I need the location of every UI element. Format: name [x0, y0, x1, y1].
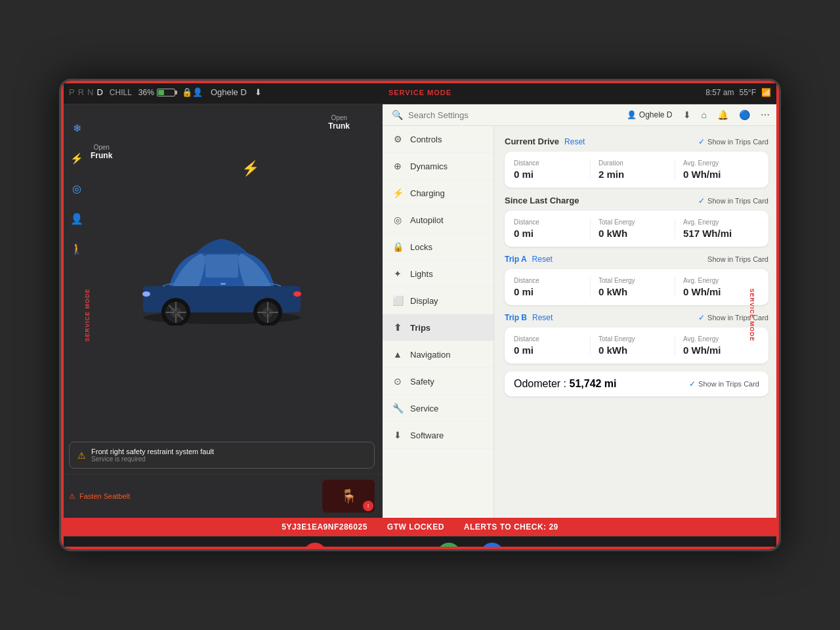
battery-percent: 36%	[138, 88, 154, 97]
left-panel: ❄ ⚡ ◎ 👤 🚶 Open Trunk Open Frunk ⚡	[61, 104, 383, 518]
service-label: Service	[410, 404, 438, 413]
current-drive-show-trips[interactable]: ✓ Show in Trips Card	[698, 137, 768, 146]
battery-fill	[158, 90, 164, 95]
fault-title: Front right safety restraint system faul…	[91, 448, 214, 455]
display-label: Display	[410, 296, 438, 306]
sidebar-item-dynamics[interactable]: ⊕ Dynamics	[383, 153, 494, 180]
dynamics-label: Dynamics	[410, 161, 448, 171]
sidebar-item-controls[interactable]: ⚙ Controls	[383, 126, 494, 153]
app-icon[interactable]: ⬛	[401, 547, 417, 552]
right-panel: 🔍 👤 Oghele D ⬇ ⌂ 🔔 🔵 ⋯	[383, 104, 779, 518]
odometer-section: Odometer : 51,742 mi ✓ Show in Trips Car…	[505, 371, 768, 396]
user-icon: 👤	[192, 87, 203, 97]
trip-b-avg-energy-value: 0 Wh/mi	[683, 345, 751, 356]
sidebar-item-display[interactable]: ⬜ Display	[383, 287, 494, 314]
more-icon[interactable]: ⋯	[761, 110, 770, 120]
trip-b-check-icon: ✓	[698, 313, 705, 322]
current-drive-card: Distance 0 mi Duration 2 min Avg. Energy…	[505, 152, 768, 188]
trip-a-energy-value: 0 kWh	[598, 286, 667, 297]
lock-icon: 🔒	[182, 87, 192, 97]
battery-bar	[157, 89, 175, 96]
sidebar-item-autopilot[interactable]: ◎ Autopilot	[383, 207, 494, 234]
more-dots-icon[interactable]: ⠿	[346, 547, 356, 552]
warning-icon: ⚠	[77, 450, 86, 461]
odometer-check-icon: ✓	[689, 379, 696, 388]
vin-number: 5YJ3E1EA9NF286025	[282, 522, 368, 532]
bottom-icons: 🔧 ⠿ ℹ ⬛ 📞 🔵 ⏸	[303, 543, 537, 552]
bluetooth-icon[interactable]: 🔵	[739, 110, 750, 120]
since-last-charge-card: Distance 0 mi Total Energy 0 kWh Avg. En…	[505, 211, 768, 247]
current-drive-distance-label: Distance	[514, 159, 582, 167]
frunk-label: Frunk	[91, 151, 112, 160]
sidebar-item-trips[interactable]: ⬆ Trips	[383, 314, 494, 341]
search-bar: 🔍 👤 Oghele D ⬇ ⌂ 🔔 🔵 ⋯	[383, 104, 779, 126]
current-drive-show-trips-label: Show in Trips Card	[707, 138, 768, 146]
bell-icon[interactable]: 🔔	[717, 110, 728, 120]
current-drive-duration-value: 2 min	[598, 169, 667, 180]
sidebar-item-service[interactable]: 🔧 Service	[383, 395, 494, 422]
locks-icon: 🔒	[392, 242, 404, 252]
status-temp: 55°F	[740, 88, 756, 97]
odometer-show-trips[interactable]: ✓ Show in Trips Card	[689, 379, 759, 388]
trip-b-distance: Distance 0 mi	[514, 335, 590, 356]
home-icon[interactable]: ⌂	[702, 110, 707, 120]
seatbelt-image: 🪑 !	[322, 480, 375, 513]
trip-a-stats: Distance 0 mi Total Energy 0 kWh Avg. En…	[514, 277, 759, 297]
sidebar-item-charging[interactable]: ⚡ Charging	[383, 180, 494, 207]
trip-a-show-trips-label: Show in Trips Card	[707, 255, 768, 263]
trip-a-distance-value: 0 mi	[514, 286, 582, 297]
trip-a-title: Trip A	[505, 255, 527, 264]
download-header-icon[interactable]: ⬇	[683, 110, 691, 120]
trip-b-distance-value: 0 mi	[514, 345, 582, 356]
trip-a-show-trips[interactable]: Show in Trips Card	[707, 255, 768, 263]
bottom-alerts: ⚠ Fasten Seatbelt 🪑 !	[61, 474, 383, 518]
wifi-icon: 📶	[761, 88, 771, 97]
trip-b-header: Trip B Reset ✓ Show in Trips Card	[505, 313, 768, 322]
header-username: Oghele D	[639, 110, 673, 119]
current-drive-distance-value: 0 mi	[514, 169, 582, 180]
trip-b-distance-label: Distance	[514, 335, 582, 343]
header-user-icon: 👤	[627, 110, 637, 119]
slc-distance-value: 0 mi	[514, 228, 582, 239]
current-drive-check-icon: ✓	[698, 137, 705, 146]
charging-label: Charging	[410, 188, 445, 198]
info-icon[interactable]: ℹ	[376, 547, 381, 552]
wrench-icon[interactable]: 🔧	[303, 543, 327, 552]
sidebar-item-safety[interactable]: ⊙ Safety	[383, 368, 494, 395]
lights-label: Lights	[410, 269, 433, 279]
trips-icon: ⬆	[392, 322, 404, 333]
svg-point-21	[293, 291, 301, 297]
svg-point-20	[142, 291, 150, 297]
trip-a-card: Distance 0 mi Total Energy 0 kWh Avg. En…	[505, 269, 768, 305]
trip-a-avg-energy-value: 0 Wh/mi	[683, 286, 751, 297]
phone-icon[interactable]: 📞	[437, 543, 461, 552]
charging-bolt-icon: ⚡	[242, 160, 259, 177]
trip-a-distance: Distance 0 mi	[514, 277, 590, 297]
sidebar-item-locks[interactable]: 🔒 Locks	[383, 234, 494, 261]
since-last-charge-show-trips[interactable]: ✓ Show in Trips Card	[698, 196, 768, 205]
status-time: 8:57 am	[705, 88, 734, 97]
volume-icon[interactable]: 🔊	[743, 547, 759, 552]
sidebar-item-lights[interactable]: ✦ Lights	[383, 261, 494, 287]
trip-a-reset-btn[interactable]: Reset	[532, 255, 553, 264]
sidebar-item-navigation[interactable]: ▲ Navigation	[383, 341, 494, 368]
trip-a-energy: Total Energy 0 kWh	[590, 277, 675, 297]
sidebar-item-software[interactable]: ⬇ Software	[383, 422, 494, 449]
since-last-charge-show-trips-label: Show in Trips Card	[707, 197, 768, 205]
slc-avg-energy-label: Avg. Energy	[683, 219, 751, 226]
current-drive-energy-value: 0 Wh/mi	[683, 169, 751, 180]
trip-b-show-trips[interactable]: ✓ Show in Trips Card	[698, 313, 768, 322]
display-icon: ⬜	[392, 295, 404, 306]
trip-a-avg-energy: Avg. Energy 0 Wh/mi	[675, 277, 759, 297]
gear-R: R	[78, 87, 84, 97]
autopilot-icon: ◎	[392, 215, 404, 225]
media-icon[interactable]: ⏸	[524, 547, 537, 551]
search-input[interactable]	[408, 110, 621, 120]
car-home-icon[interactable]: 🚗	[81, 547, 97, 552]
since-last-charge-header: Since Last Charge ✓ Show in Trips Card	[505, 196, 768, 205]
gtw-status: GTW LOCKED	[387, 522, 444, 532]
trip-b-reset-btn[interactable]: Reset	[532, 313, 553, 322]
safety-label: Safety	[410, 377, 434, 387]
bluetooth-bottom-icon[interactable]: 🔵	[480, 543, 504, 552]
current-drive-reset-btn[interactable]: Reset	[564, 137, 585, 146]
